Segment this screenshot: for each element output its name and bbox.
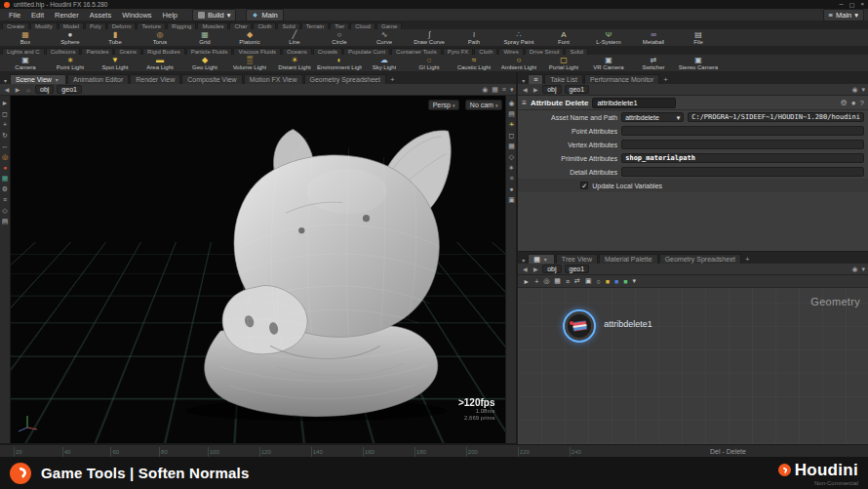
pin-icon[interactable]: ◉ [851,86,857,94]
menu-item[interactable]: Edit [26,10,49,20]
shelf-tab[interactable]: Model [59,22,84,29]
network-tool-icon[interactable]: ▣ [585,277,592,285]
maximize-icon[interactable]: ▢ [849,1,855,8]
shelf-tab[interactable]: Pyro FX [443,48,474,55]
shelf-tab[interactable]: Crowds [313,48,342,55]
viewport-tool-icon[interactable]: + [3,121,7,129]
breadcrumb-geo1[interactable]: geo1 [565,265,590,273]
network-canvas[interactable]: Geometry attribdelete1 [518,288,868,444]
network-tool-icon[interactable]: + [534,278,538,285]
shelf-tool[interactable]: ○ Circle [317,30,362,45]
shelf-tab[interactable]: Texture [137,22,166,29]
viewport-tool-icon[interactable]: ◇ [2,207,7,215]
viewport-tool-icon[interactable]: ≡ [509,175,513,183]
viewport-tool-icon[interactable]: ● [509,185,513,193]
viewport-tool-icon[interactable]: ◎ [2,153,8,161]
shelf-tool[interactable]: ▒ Volume Light [227,56,272,70]
tab-geometry-spreadsheet[interactable]: Geometry Spreadsheet [659,254,741,264]
shelf-tool[interactable]: ▼ Spot Light [93,56,138,70]
menu-item[interactable]: Windows [117,10,156,20]
menu-item[interactable]: Render [50,10,84,20]
shelf-tool[interactable]: Ψ L-System [586,30,631,45]
shelf-tool[interactable]: ▣ Stereo Camera [676,56,721,70]
back-icon[interactable]: ◀ [3,86,11,93]
minimize-icon[interactable]: ─ [840,1,844,8]
shelf-tool[interactable]: ☀ Distant Light [272,56,317,70]
network-tool-icon[interactable]: ■ [606,278,610,285]
tab-material-palette[interactable]: Material Palette [599,254,658,264]
chevron-down-icon[interactable]: ▾ [510,86,514,94]
param-value-field[interactable] [621,140,864,149]
pane-menu-icon[interactable]: ▾ [520,257,527,264]
shelf-tool[interactable]: ○ Ambient Light [496,56,541,70]
lock-icon[interactable]: ● [851,99,856,107]
shelf-tab[interactable]: Rigid Bodies [142,48,185,55]
viewport-tool-icon[interactable]: ◉ [508,100,514,107]
network-tool-icon[interactable]: ≡ [566,278,570,285]
viewport-tool-icon[interactable]: ▦ [2,175,9,183]
tab-motion-fx-view[interactable]: Motion FX View [244,74,303,84]
menu-item[interactable]: Help [158,10,182,20]
network-tool-icon[interactable]: ○ [597,278,601,285]
shelf-tool[interactable]: ☁ Sky Light [362,56,407,70]
shelf-tab[interactable]: Particles [81,48,113,55]
viewport-tool-icon[interactable]: ◻ [509,132,515,140]
viewport-tool-icon[interactable]: ▤ [2,218,9,225]
shelf-tab[interactable]: Container Tools [391,48,442,55]
param-value-field[interactable]: shop_materialpath [621,153,864,163]
viewport-tool-icon[interactable]: ► [2,100,9,107]
shelf-tab[interactable]: Oceans [282,48,312,55]
network-tool-icon[interactable]: ■ [623,278,627,285]
shelf-tool[interactable]: ≀ Path [452,30,496,45]
viewport-tool-icon[interactable]: ↻ [2,132,8,140]
tab-composite-view[interactable]: Composite View [181,74,242,84]
tab-parameters[interactable]: ≡ [528,74,543,84]
attribdelete-node[interactable] [563,309,596,343]
network-tool-icon[interactable]: ▦ [554,277,561,285]
shelf-tab[interactable]: Particle Fluids [186,48,233,55]
no-cam-button[interactable]: No cam ▾ [465,100,503,110]
shelf-tab[interactable]: Modify [30,22,58,29]
tab-tree-view[interactable]: Tree View [556,254,598,264]
shelf-tab[interactable]: Char [229,22,252,29]
shelf-tab[interactable]: Populate Cont [343,48,390,55]
chevron-down-icon[interactable]: ▾ [861,86,865,94]
forward-icon[interactable]: ▶ [14,86,21,93]
param-value-field[interactable] [621,167,864,177]
network-tool-icon[interactable]: ► [523,278,530,285]
shelf-tab[interactable]: Terrain [301,22,329,29]
shelf-tab[interactable]: Rigging [167,22,196,29]
shelf-tab[interactable]: Solid [565,48,587,55]
shelf-tab[interactable]: Viscous Fluids [233,48,281,55]
tab-network-view[interactable]: ▦ ▾ [528,254,555,264]
shelf-tab[interactable]: Solid [277,22,299,29]
viewport-tool-icon[interactable]: ◇ [509,153,514,161]
tab-performance-monitor[interactable]: Performance Monitor [584,74,659,84]
shelf-tool[interactable]: ⇄ Switcher [631,56,676,70]
shelf-tool[interactable]: ◌ GI Light [407,56,452,70]
shelf-tab[interactable]: Collisions [46,48,81,55]
menu-item[interactable]: File [4,10,25,20]
shelf-tab[interactable]: Create [2,22,29,29]
viewport-tool-icon[interactable]: ▤ [508,110,515,118]
network-tool-icon[interactable]: ⇄ [574,277,580,285]
shelf-tool[interactable]: ╱ Line [272,30,317,45]
pig-head-model[interactable] [146,100,478,433]
shelf-tool[interactable]: ▦ Grid [182,30,227,45]
shelf-tool[interactable]: ◎ Torus [138,30,182,45]
shelf-tab[interactable]: Cloth [253,22,276,29]
shelf-tool[interactable]: ▤ File [676,30,721,45]
breadcrumb-obj[interactable]: obj [542,85,561,94]
gear-icon[interactable]: ⚙ [841,99,848,107]
viewport-tool-icon[interactable]: ≡ [3,196,7,204]
shelf-tool[interactable]: ● Sphere [48,30,93,45]
shelf-tab[interactable]: Wires [498,48,523,55]
list-icon[interactable]: ≡ [502,86,506,93]
tab-render-view[interactable]: Render View [130,74,180,84]
shelf-tool[interactable]: ◐ Environment Light [317,56,362,70]
shelf-tab[interactable]: Deform [107,22,137,29]
tab-take-list[interactable]: Take List [544,74,583,84]
forward-icon[interactable]: ▶ [532,86,539,93]
shelf-tool[interactable]: ◆ Geo Light [182,56,227,70]
shelf-tool[interactable]: ▦ Box [3,30,48,45]
